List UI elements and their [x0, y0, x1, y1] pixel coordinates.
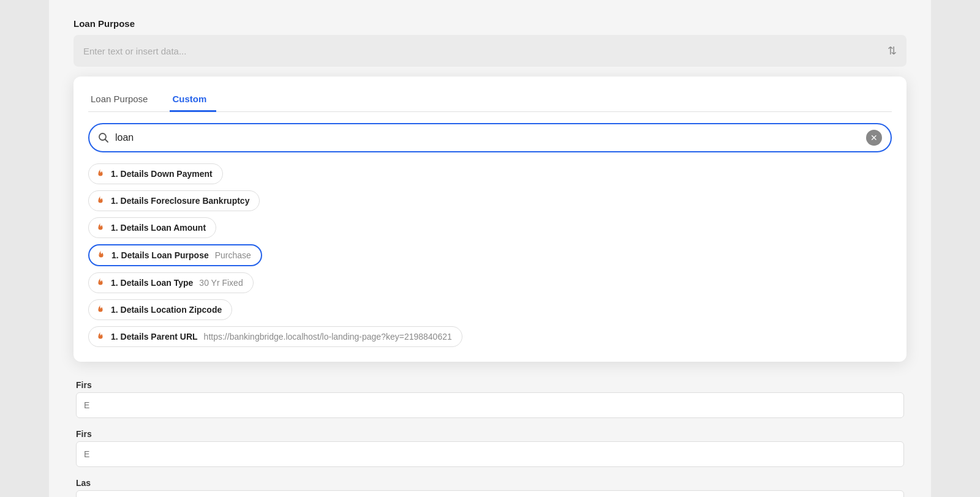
form-row-input-last-1[interactable]	[76, 490, 904, 498]
form-row-first-2: Firs	[76, 429, 904, 467]
result-item-loan-type[interactable]: 1. Details Loan Type 30 Yr Fixed	[88, 272, 254, 293]
loan-purpose-field-label: Loan Purpose	[74, 18, 907, 29]
item-icon-location-zipcode	[95, 304, 106, 315]
item-icon-loan-amount	[95, 222, 106, 233]
search-bar[interactable]: ✕	[88, 123, 892, 152]
result-item-location-zipcode[interactable]: 1. Details Location Zipcode	[88, 299, 232, 320]
item-label-parent-url: 1. Details Parent URL	[111, 332, 198, 342]
item-icon-loan-type	[95, 277, 106, 288]
form-row-label-first-2: Firs	[76, 429, 904, 439]
item-suffix-loan-type: 30 Yr Fixed	[199, 278, 243, 288]
search-icon	[98, 132, 109, 143]
form-row-input-first-1[interactable]	[76, 392, 904, 418]
item-suffix-parent-url: https://bankingbridge.localhost/lo-landi…	[204, 332, 452, 342]
text-input-placeholder: Enter text or insert data...	[83, 46, 186, 56]
item-label-down-payment: 1. Details Down Payment	[111, 169, 213, 179]
form-row-first-1: Firs	[76, 380, 904, 418]
item-icon-foreclosure	[95, 195, 106, 206]
form-row-label-first-1: Firs	[76, 380, 904, 390]
svg-line-1	[105, 139, 108, 142]
sort-icon: ⇅	[888, 44, 897, 58]
item-icon-loan-purpose	[96, 250, 107, 261]
form-row-label-last-1: Las	[76, 478, 904, 488]
tabs-row: Loan Purpose Custom	[88, 89, 892, 112]
search-input[interactable]	[115, 132, 866, 143]
main-panel: Loan Purpose Enter text or insert data..…	[49, 0, 931, 497]
text-input-bar[interactable]: Enter text or insert data... ⇅	[74, 35, 907, 67]
search-clear-button[interactable]: ✕	[866, 130, 882, 146]
result-item-loan-amount[interactable]: 1. Details Loan Amount	[88, 217, 216, 238]
form-section-below: Firs Firs Las	[74, 380, 907, 498]
dropdown-panel: Loan Purpose Custom ✕	[74, 77, 907, 362]
form-row-last-1: Las	[76, 478, 904, 498]
item-label-location-zipcode: 1. Details Location Zipcode	[111, 305, 222, 315]
close-icon: ✕	[870, 133, 878, 143]
result-item-loan-purpose[interactable]: 1. Details Loan Purpose Purchase	[88, 244, 262, 266]
item-label-loan-type: 1. Details Loan Type	[111, 278, 193, 288]
results-list: 1. Details Down Payment 1. Details Forec…	[88, 163, 892, 347]
result-item-down-payment[interactable]: 1. Details Down Payment	[88, 163, 223, 184]
item-suffix-loan-purpose: Purchase	[215, 250, 251, 260]
item-label-loan-purpose: 1. Details Loan Purpose	[111, 250, 209, 260]
tab-loan-purpose[interactable]: Loan Purpose	[88, 89, 157, 112]
item-icon-parent-url	[95, 331, 106, 342]
item-label-foreclosure: 1. Details Foreclosure Bankruptcy	[111, 196, 249, 206]
form-row-input-first-2[interactable]	[76, 441, 904, 467]
item-icon-down-payment	[95, 168, 106, 179]
item-label-loan-amount: 1. Details Loan Amount	[111, 223, 206, 233]
result-item-parent-url[interactable]: 1. Details Parent URL https://bankingbri…	[88, 326, 462, 347]
tab-custom[interactable]: Custom	[170, 89, 216, 112]
result-item-foreclosure[interactable]: 1. Details Foreclosure Bankruptcy	[88, 190, 260, 211]
